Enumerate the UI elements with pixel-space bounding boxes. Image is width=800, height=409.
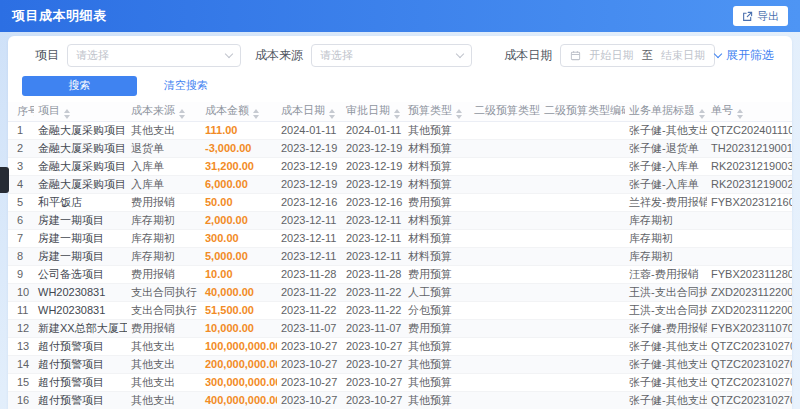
column-header-project[interactable]: 项目	[34, 102, 127, 121]
column-header-sub-budget-type[interactable]: 二级预算类型	[470, 102, 540, 121]
sort-icon[interactable]	[253, 109, 259, 119]
sort-icon[interactable]	[64, 109, 70, 119]
cell-approval-date: 2023-12-19	[342, 175, 404, 193]
cell-doc-number	[707, 211, 792, 229]
expand-filter-link[interactable]: 展开筛选	[715, 47, 774, 64]
cell-sub-budget-type	[470, 373, 540, 391]
sort-icon[interactable]	[699, 109, 705, 119]
cell-cost-amount: 40,000.00	[201, 283, 277, 301]
project-filter-label: 项目	[35, 47, 59, 64]
table-row[interactable]: 14超付预警项目其他支出200,000,000.002023-10-272023…	[8, 355, 792, 373]
cell-cost-date: 2023-10-27	[277, 391, 342, 409]
cell-doc-title: 张子健-其他支出	[625, 373, 707, 391]
cell-cost-date: 2023-10-27	[277, 373, 342, 391]
table-row[interactable]: 12新建XX总部大厦工程二期费用报销10,000.002023-11-07202…	[8, 319, 792, 337]
column-header-doc-title[interactable]: 业务单据标题	[625, 102, 707, 121]
cell-project: WH20230831	[34, 301, 127, 319]
table-row[interactable]: 7房建一期项目库存期初300.002023-12-112023-12-11材料预…	[8, 229, 792, 247]
cell-cost-date: 2023-12-11	[277, 211, 342, 229]
cost-date-range-input[interactable]: 开始日期 至 结束日期	[560, 44, 715, 67]
column-header-budget-type[interactable]: 预算类型	[404, 102, 470, 121]
cost-source-select[interactable]: 请选择	[311, 44, 472, 67]
sort-icon[interactable]	[329, 109, 335, 119]
column-header-index: 序号	[8, 102, 34, 121]
cell-cost-source: 其他支出	[127, 121, 201, 139]
cell-budget-type: 材料预算	[404, 139, 470, 157]
project-select[interactable]: 请选择	[67, 44, 241, 67]
cell-doc-title: 张子健-入库单	[625, 157, 707, 175]
cell-cost-amount: 400,000,000.00	[201, 391, 277, 409]
table-row[interactable]: 9公司备选项目费用报销10.002023-11-282023-11-28费用预算…	[8, 265, 792, 283]
table-row[interactable]: 13超付预警项目其他支出100,000,000.002023-10-272023…	[8, 337, 792, 355]
clear-search-button[interactable]: 清空搜索	[164, 78, 208, 93]
cell-cost-amount: 10,000.00	[201, 319, 277, 337]
sort-icon[interactable]	[179, 109, 185, 119]
column-label: 二级预算类型	[474, 104, 540, 116]
cell-cost-amount: 111.00	[201, 121, 277, 139]
sort-icon[interactable]	[456, 109, 462, 119]
cell-cost-date: 2023-11-22	[277, 283, 342, 301]
table-row[interactable]: 4金融大厦采购项目入库单6,000.002023-12-192023-12-19…	[8, 175, 792, 193]
export-button[interactable]: 导出	[733, 6, 788, 26]
table-row[interactable]: 3金融大厦采购项目入库单31,200.002023-12-192023-12-1…	[8, 157, 792, 175]
column-label: 成本来源	[131, 104, 175, 116]
cell-sub-budget-type	[470, 319, 540, 337]
table-row[interactable]: 2金融大厦采购项目退货单-3,000.002023-12-192023-12-1…	[8, 139, 792, 157]
cell-doc-title: 兰祥发-费用报销	[625, 193, 707, 211]
column-header-approval-date[interactable]: 审批日期	[342, 102, 404, 121]
table-row[interactable]: 11WH20230831支出合同执行51,500.002023-11-22202…	[8, 301, 792, 319]
cost-date-filter-label: 成本日期	[504, 47, 552, 64]
cell-cost-amount: 5,000.00	[201, 247, 277, 265]
table-row[interactable]: 6房建一期项目库存期初2,000.002023-12-112023-12-11材…	[8, 211, 792, 229]
cell-approval-date: 2024-01-11	[342, 121, 404, 139]
column-header-sub-budget-code[interactable]: 二级预算类型编码	[540, 102, 625, 121]
cell-approval-date: 2023-12-19	[342, 139, 404, 157]
table-row[interactable]: 10WH20230831支出合同执行40,000.002023-11-22202…	[8, 283, 792, 301]
date-end-placeholder: 结束日期	[661, 48, 705, 63]
chevron-down-icon	[225, 49, 233, 57]
column-label: 成本金额	[205, 104, 249, 116]
column-header-cost-amount[interactable]: 成本金额	[201, 102, 277, 121]
cell-sub-budget-code	[540, 229, 625, 247]
cell-cost-source: 其他支出	[127, 373, 201, 391]
cell-approval-date: 2023-11-28	[342, 265, 404, 283]
table-row[interactable]: 15超付预警项目其他支出300,000,000.002023-10-272023…	[8, 373, 792, 391]
export-label: 导出	[757, 9, 779, 24]
cell-sub-budget-code	[540, 301, 625, 319]
cell-doc-number: TH20231219001	[707, 139, 792, 157]
table-row[interactable]: 8房建一期项目库存期初5,000.002023-12-112023-12-11材…	[8, 247, 792, 265]
cell-approval-date: 2023-12-16	[342, 193, 404, 211]
column-label: 审批日期	[346, 104, 390, 116]
cell-cost-amount: 6,000.00	[201, 175, 277, 193]
sort-icon[interactable]	[737, 109, 743, 119]
search-button[interactable]: 搜索	[22, 76, 137, 96]
cell-budget-type: 材料预算	[404, 157, 470, 175]
cell-cost-source: 其他支出	[127, 391, 201, 409]
cell-doc-title: 王洪-支出合同执行	[625, 301, 707, 319]
cell-cost-source: 其他支出	[127, 337, 201, 355]
table-row[interactable]: 16超付预警项目其他支出400,000,000.002023-10-272023…	[8, 391, 792, 409]
cell-doc-number: QTZC20231027002	[707, 373, 792, 391]
cell-cost-source: 支出合同执行	[127, 301, 201, 319]
cell-doc-number: FYBX20231216001	[707, 193, 792, 211]
cell-approval-date: 2023-12-19	[342, 157, 404, 175]
cell-index: 10	[8, 283, 34, 301]
cell-cost-date: 2023-12-11	[277, 247, 342, 265]
cell-doc-title: 张子健-其他支出	[625, 355, 707, 373]
cell-cost-source: 费用报销	[127, 193, 201, 211]
column-header-cost-date[interactable]: 成本日期	[277, 102, 342, 121]
cell-approval-date: 2023-10-27	[342, 391, 404, 409]
column-header-cost-source[interactable]: 成本来源	[127, 102, 201, 121]
table-row[interactable]: 1金融大厦采购项目其他支出111.002024-01-112024-01-11其…	[8, 121, 792, 139]
cell-approval-date: 2023-11-22	[342, 301, 404, 319]
sort-icon[interactable]	[394, 109, 400, 119]
cell-cost-date: 2023-12-19	[277, 139, 342, 157]
cell-budget-type: 材料预算	[404, 175, 470, 193]
sidebar-handle[interactable]	[0, 167, 9, 193]
cell-project: 超付预警项目	[34, 355, 127, 373]
column-header-doc-number[interactable]: 单号	[707, 102, 792, 121]
cell-project: 超付预警项目	[34, 337, 127, 355]
cell-index: 6	[8, 211, 34, 229]
cell-budget-type: 材料预算	[404, 229, 470, 247]
table-row[interactable]: 5和平饭店费用报销50.002023-12-162023-12-16费用预算兰祥…	[8, 193, 792, 211]
